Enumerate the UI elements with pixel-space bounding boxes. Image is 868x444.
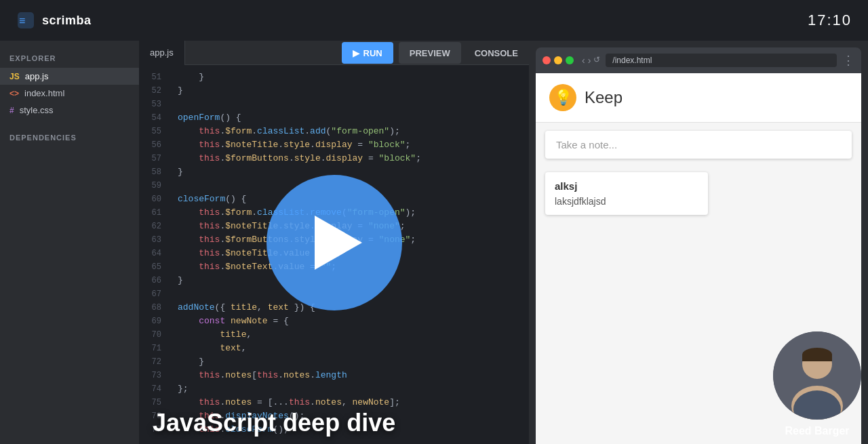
code-line: const newNote = { [178, 315, 521, 328]
instructor-avatar-svg [773, 331, 861, 420]
logo-area: ≡ scrimba [16, 11, 92, 30]
topbar: ≡ scrimba 17:10 [0, 0, 868, 41]
dependencies-label: DEPENDENCIES [0, 131, 139, 147]
code-line [178, 98, 521, 111]
sidebar-item-stylecss[interactable]: # style.css [0, 102, 139, 119]
code-line: this.$formButtons.style.display = "block… [178, 152, 521, 165]
sidebar-item-indexhtml[interactable]: <> index.html [0, 85, 139, 102]
code-line: }; [178, 382, 521, 396]
run-play-icon: ▶ [353, 48, 359, 58]
code-line: } [178, 70, 521, 84]
time-display: 17:10 [808, 12, 852, 29]
instructor-name: Reed Barger [785, 425, 849, 437]
sidebar-filename-stylecss: style.css [20, 105, 54, 115]
scrimba-logo-icon: ≡ [16, 11, 35, 30]
logo-text: scrimba [42, 14, 92, 28]
play-button-overlay[interactable] [267, 175, 402, 310]
code-line: this.notes = [...this.notes, newNote]; [178, 396, 521, 409]
title-overlay: JavaScript deep dive [153, 409, 395, 437]
editor-tabs: app.js ▶ RUN PREVIEW CONSOLE [139, 41, 529, 65]
html-file-icon: <> [9, 89, 19, 98]
browser-more-button[interactable]: ⋮ [842, 53, 854, 68]
course-title: JavaScript deep dive [153, 409, 395, 437]
instructor-area: Reed Barger [773, 331, 861, 437]
browser-nav-buttons: ‹ › ↺ [582, 55, 600, 66]
svg-text:≡: ≡ [19, 15, 25, 26]
maximize-dot[interactable] [566, 56, 574, 64]
run-preview-bar: ▶ RUN PREVIEW CONSOLE [342, 41, 529, 65]
take-note-bar[interactable]: Take a note... [545, 131, 852, 159]
note-title: alksj [555, 180, 698, 192]
code-line: title, [178, 328, 521, 342]
notes-grid: alksj laksjdfklajsd [536, 167, 861, 220]
css-file-icon: # [9, 106, 14, 115]
code-line: this.notes[this.notes.length [178, 369, 521, 382]
note-text: laksjdfklajsd [555, 196, 698, 207]
main-layout: EXPLORER JS app.js <> index.html # style… [0, 41, 868, 444]
code-line: text, [178, 342, 521, 355]
play-triangle-icon [315, 216, 362, 270]
svg-rect-7 [802, 355, 832, 361]
console-button[interactable]: CONSOLE [464, 42, 529, 64]
line-numbers: 51 52 53 54 55 56 57 58 59 60 61 62 63 6… [139, 65, 170, 444]
code-line: openForm() { [178, 111, 521, 125]
close-dot[interactable] [542, 56, 551, 64]
browser-chrome: ‹ › ↺ /index.html ⋮ [536, 47, 861, 73]
sidebar-filename-indexhtml: index.html [24, 88, 64, 98]
sidebar: EXPLORER JS app.js <> index.html # style… [0, 41, 139, 444]
editor-area: app.js ▶ RUN PREVIEW CONSOLE 51 52 53 54… [139, 41, 529, 444]
keep-header: 💡 Keep [536, 73, 861, 123]
back-button[interactable]: ‹ [582, 55, 585, 66]
keep-logo-icon: 💡 [549, 84, 576, 111]
explorer-label: EXPLORER [0, 52, 139, 68]
forward-button[interactable]: › [588, 55, 591, 66]
instructor-avatar [773, 331, 861, 420]
code-line: } [178, 84, 521, 98]
browser-url-bar[interactable]: /index.html [606, 54, 837, 67]
sidebar-filename-appjs: app.js [25, 71, 49, 81]
js-file-icon: JS [9, 72, 20, 81]
code-line: } [178, 355, 521, 369]
preview-panel: ‹ › ↺ /index.html ⋮ 💡 Keep Take a note..… [529, 41, 868, 444]
tab-appjs[interactable]: app.js [139, 41, 185, 65]
keep-logo-text: Keep [585, 88, 623, 107]
sidebar-item-appjs[interactable]: JS app.js [0, 68, 139, 85]
minimize-dot[interactable] [554, 56, 562, 64]
browser-dots [542, 56, 574, 64]
code-line: this.$noteTitle.style.display = "block"; [178, 138, 521, 152]
reload-button[interactable]: ↺ [593, 55, 600, 66]
code-line: this.$form.classList.add("form-open"); [178, 125, 521, 138]
preview-button[interactable]: PREVIEW [399, 42, 461, 64]
run-button[interactable]: ▶ RUN [342, 42, 393, 64]
note-card: alksj laksjdfklajsd [545, 172, 708, 215]
